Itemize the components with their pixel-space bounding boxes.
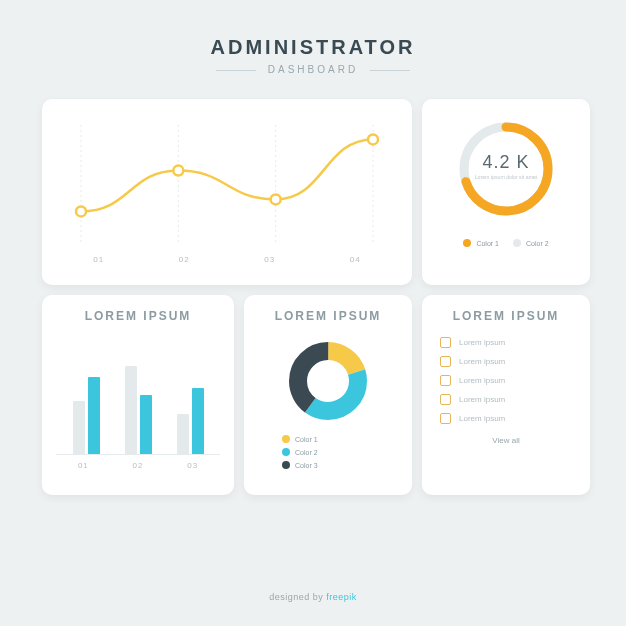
bar <box>88 377 100 454</box>
axis-tick: 03 <box>187 461 198 470</box>
card-line-chart: 01020304 <box>42 99 412 285</box>
checkbox-icon[interactable] <box>440 375 451 386</box>
footer-prefix: designed by <box>269 592 323 602</box>
checklist-item[interactable]: Lorem ipsum <box>440 394 572 405</box>
axis-tick: 02 <box>133 461 144 470</box>
svg-point-4 <box>76 206 86 216</box>
checkbox-icon[interactable] <box>440 356 451 367</box>
legend-dot-icon <box>282 448 290 456</box>
checklist-title: LOREM IPSUM <box>436 309 576 323</box>
header-title: ADMINISTRATOR <box>0 36 626 59</box>
legend-item: Color 1 <box>463 239 499 247</box>
svg-text:4.2 K: 4.2 K <box>482 152 529 172</box>
legend-label: Color 3 <box>295 462 318 469</box>
bar-group <box>177 388 204 454</box>
legend-dot-icon <box>463 239 471 247</box>
line-chart-xlabels: 01020304 <box>56 255 398 264</box>
bar <box>140 395 152 454</box>
gauge-ring: 4.2 KLorem ipsum dolor sit amet <box>450 113 562 225</box>
legend-label: Color 1 <box>295 436 318 443</box>
svg-text:Lorem ipsum dolor sit amet: Lorem ipsum dolor sit amet <box>475 174 538 180</box>
gauge-chart: 4.2 KLorem ipsum dolor sit amet <box>436 113 576 229</box>
checklist-item[interactable]: Lorem ipsum <box>440 413 572 424</box>
checkbox-icon[interactable] <box>440 337 451 348</box>
legend-item: Color 2 <box>282 448 318 456</box>
bar-chart <box>56 335 220 455</box>
legend-dot-icon <box>282 461 290 469</box>
legend-item: Color 3 <box>282 461 318 469</box>
checkbox-icon[interactable] <box>440 394 451 405</box>
legend-label: Color 2 <box>295 449 318 456</box>
legend-label: Color 1 <box>476 240 499 247</box>
view-all-link[interactable]: View all <box>436 436 576 445</box>
card-gauge: 4.2 KLorem ipsum dolor sit amet Color 1C… <box>422 99 590 285</box>
legend-dot-icon <box>513 239 521 247</box>
checklist-label: Lorem ipsum <box>459 395 505 404</box>
axis-tick: 01 <box>78 461 89 470</box>
card-checklist: LOREM IPSUM Lorem ipsumLorem ipsumLorem … <box>422 295 590 495</box>
footer-attribution: designed by freepik <box>0 592 626 602</box>
bar-chart-xlabels: 010203 <box>56 461 220 470</box>
donut-title: LOREM IPSUM <box>258 309 398 323</box>
legend-dot-icon <box>282 435 290 443</box>
checkbox-icon[interactable] <box>440 413 451 424</box>
svg-point-5 <box>173 166 183 176</box>
axis-tick: 02 <box>179 255 190 264</box>
donut-legend: Color 1Color 2Color 3 <box>258 435 398 469</box>
gauge-legend: Color 1Color 2 <box>436 239 576 247</box>
checklist-item[interactable]: Lorem ipsum <box>440 375 572 386</box>
footer-brand: freepik <box>326 592 357 602</box>
checklist-item[interactable]: Lorem ipsum <box>440 356 572 367</box>
checklist-item[interactable]: Lorem ipsum <box>440 337 572 348</box>
legend-item: Color 1 <box>282 435 318 443</box>
bar <box>73 401 85 454</box>
donut-chart <box>282 335 374 427</box>
card-bar-chart: LOREM IPSUM 010203 <box>42 295 234 495</box>
axis-tick: 01 <box>93 255 104 264</box>
card-donut: LOREM IPSUM Color 1Color 2Color 3 <box>244 295 412 495</box>
svg-point-6 <box>271 194 281 204</box>
bar-chart-title: LOREM IPSUM <box>56 309 220 323</box>
header-subtitle: DASHBOARD <box>268 64 358 75</box>
legend-item: Color 2 <box>513 239 549 247</box>
bar-group <box>73 377 100 454</box>
legend-label: Color 2 <box>526 240 549 247</box>
checklist: Lorem ipsumLorem ipsumLorem ipsumLorem i… <box>436 335 576 426</box>
dashboard-grid: 01020304 4.2 KLorem ipsum dolor sit amet… <box>0 95 626 495</box>
checklist-label: Lorem ipsum <box>459 376 505 385</box>
checklist-label: Lorem ipsum <box>459 414 505 423</box>
bar <box>192 388 204 454</box>
checklist-label: Lorem ipsum <box>459 338 505 347</box>
bar <box>125 366 137 454</box>
checklist-label: Lorem ipsum <box>459 357 505 366</box>
bar-group <box>125 366 152 454</box>
header: ADMINISTRATOR DASHBOARD <box>0 0 626 95</box>
line-chart <box>56 113 398 253</box>
bar <box>177 414 189 454</box>
svg-point-7 <box>368 134 378 144</box>
axis-tick: 04 <box>350 255 361 264</box>
axis-tick: 03 <box>264 255 275 264</box>
